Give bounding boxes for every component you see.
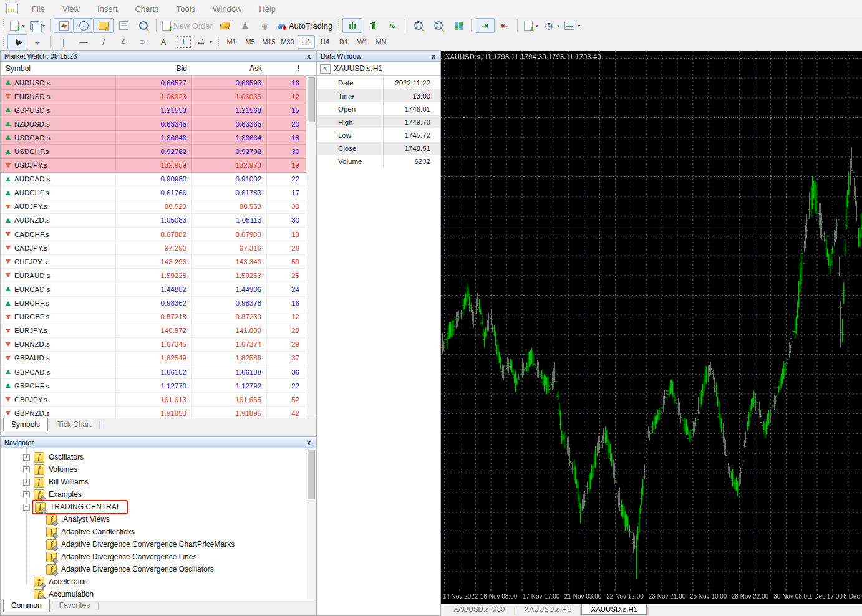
chart-tab-xauusd-s-h1[interactable]: XAUUSD.s,H1 (581, 604, 647, 615)
new-chart-button[interactable]: ▾ (7, 18, 27, 33)
menu-item-tools[interactable]: Tools (168, 4, 204, 14)
tree-item-examples[interactable]: +fExamples (1, 488, 316, 501)
table-row[interactable]: GBPCHF.s1.127701.1279222 (1, 379, 316, 393)
label-tool-button[interactable]: T (173, 34, 193, 49)
navigator-tab-favorites[interactable]: Favorites (52, 599, 97, 612)
table-row[interactable]: USDCHF.s0.927620.9279230 (1, 145, 316, 158)
timeframe-m1-button[interactable]: M1 (223, 35, 240, 49)
zoom-in-button[interactable] (409, 18, 429, 33)
table-row[interactable]: EURAUD.s1.592281.5925325 (1, 269, 316, 282)
timeframe-d1-button[interactable]: D1 (335, 35, 352, 49)
expand-icon[interactable]: + (23, 466, 30, 473)
menu-item-insert[interactable]: Insert (89, 4, 127, 14)
experts-button[interactable]: ♟ (235, 18, 255, 33)
cursor-tool-button[interactable] (7, 34, 27, 49)
zoom-out-button[interactable] (429, 18, 448, 33)
periods-button[interactable]: ◷▾ (541, 18, 562, 33)
trendline-tool-button[interactable]: / (94, 34, 114, 49)
table-row[interactable]: USDCAD.s1.366461.3666418 (1, 131, 316, 145)
line-chart-mode-button[interactable]: ∿ (382, 18, 402, 33)
navigator-scrollbar[interactable] (306, 448, 316, 602)
market-watch-toggle-button[interactable] (54, 18, 74, 33)
tree-item-adaptive-divergence-convergence-oscillat[interactable]: fAdaptive Divergence Convergence Oscilla… (1, 563, 316, 575)
table-row[interactable]: CADJPY.s97.29097.31626 (1, 241, 316, 255)
timeframe-w1-button[interactable]: W1 (354, 35, 371, 49)
tree-item-accelerator[interactable]: fAccelerator (1, 575, 316, 588)
chevron-down-icon[interactable]: ▾ (536, 23, 538, 29)
navigator-toggle-button[interactable] (94, 18, 114, 33)
timeframe-m15-button[interactable]: M15 (260, 35, 278, 49)
metaeditor-button[interactable] (215, 18, 235, 33)
tree-item-oscillators[interactable]: +fOscillators (1, 451, 316, 463)
price-chart-canvas[interactable] (441, 51, 862, 604)
tree-item-adaptive-divergence-convergence-chartpri[interactable]: fAdaptive Divergence Convergence ChartPr… (1, 538, 316, 551)
terminal-toggle-button[interactable] (114, 18, 133, 33)
channel-tool-button[interactable]: // (114, 34, 133, 49)
timeframe-m30-button[interactable]: M30 (279, 35, 296, 49)
menu-item-window[interactable]: Window (204, 4, 250, 14)
tree-item-adaptive-candlesticks[interactable]: fAdaptive Candlesticks (1, 526, 316, 538)
table-row[interactable]: GBPJPY.s161.613161.66552 (1, 393, 316, 407)
toolbar-grip[interactable] (2, 19, 6, 32)
tree-item-trading-central[interactable]: −fTRADING CENTRAL (1, 501, 316, 513)
table-row[interactable]: AUDJPY.s88.52388.55330 (1, 200, 316, 214)
market-watch-tab-tick-chart[interactable]: Tick Chart (50, 418, 99, 431)
fibonacci-tool-button[interactable]: ≡ (133, 34, 153, 49)
menu-item-view[interactable]: View (54, 4, 89, 14)
auto-scroll-button[interactable]: ⇥ (475, 18, 495, 33)
column-header-ask[interactable]: Ask (192, 64, 267, 73)
toolbar-grip[interactable] (216, 36, 220, 48)
vline-tool-button[interactable]: | (54, 34, 74, 49)
navigator-tab-common[interactable]: Common (3, 599, 50, 612)
expand-icon[interactable]: + (23, 479, 30, 486)
table-row[interactable]: USDJPY.s132.959132.97819 (1, 159, 316, 173)
chart-area[interactable]: XAUUSD.s,H1 1793.11 1794.39 1793.11 1793… (441, 51, 862, 604)
candle-chart-mode-button[interactable] (362, 18, 382, 33)
templates-button[interactable]: ▾ (562, 18, 583, 33)
table-row[interactable]: AUDCHF.s0.617660.6178317 (1, 186, 316, 200)
toolbar-grip[interactable] (337, 19, 341, 32)
table-row[interactable]: CHFJPY.s143.296143.34650 (1, 255, 316, 269)
market-watch-tab-symbols[interactable]: Symbols (3, 418, 48, 431)
strategy-tester-button[interactable] (133, 18, 153, 33)
column-header-spread[interactable]: ! (267, 64, 304, 73)
table-row[interactable]: EURJPY.s140.972141.00028 (1, 324, 316, 338)
timeframe-mn-button[interactable]: MN (372, 35, 390, 49)
profiles-button[interactable]: ▾ (27, 18, 47, 33)
bar-chart-mode-button[interactable] (342, 18, 362, 33)
table-row[interactable]: EURGBP.s0.872180.8723012 (1, 310, 316, 324)
chevron-down-icon[interactable]: ▾ (557, 23, 559, 29)
close-icon[interactable]: x (430, 52, 437, 60)
table-row[interactable]: AUDNZD.s1.050831.0511330 (1, 214, 316, 228)
table-row[interactable]: NZDUSD.s0.633450.6336520 (1, 117, 316, 131)
chart-shift-button[interactable]: ⇤ (495, 18, 515, 33)
chevron-down-icon[interactable]: ▾ (578, 23, 580, 29)
table-row[interactable]: GBPNZD.s1.918531.9189542 (1, 407, 316, 418)
table-row[interactable]: GBPAUD.s1.825491.8258637 (1, 352, 316, 365)
autotrading-button[interactable]: AutoTrading (275, 18, 335, 33)
menu-item-file[interactable]: File (23, 4, 54, 14)
chevron-down-icon[interactable]: ▾ (42, 23, 45, 29)
table-row[interactable]: AUDCAD.s0.909800.9100222 (1, 173, 316, 186)
chart-tab-xauusd-s-h1[interactable]: XAUUSD.s,H1 (516, 604, 580, 614)
menu-item-charts[interactable]: Charts (126, 4, 167, 14)
timeframe-m5-button[interactable]: M5 (241, 35, 259, 49)
shapes-tool-button[interactable]: ⇄▾ (193, 34, 215, 49)
table-row[interactable]: GBPUSD.s1.215531.2156815 (1, 103, 316, 117)
timeframe-h4-button[interactable]: H4 (316, 35, 334, 49)
crosshair-tool-button[interactable]: + (27, 34, 47, 49)
close-icon[interactable]: x (306, 52, 312, 60)
table-row[interactable]: EURNZD.s1.673451.6737429 (1, 338, 316, 352)
chevron-down-icon[interactable]: ▾ (22, 23, 24, 29)
menu-item-help[interactable]: Help (250, 4, 284, 14)
expand-icon[interactable]: + (23, 454, 30, 461)
indicators-button[interactable]: ▾ (521, 18, 541, 33)
table-row[interactable]: EURCHF.s0.983620.9837816 (1, 297, 316, 310)
tree-item-bill-williams[interactable]: +fBill Williams (1, 476, 316, 488)
column-header-symbol[interactable]: Symbol (1, 64, 116, 73)
timeframe-h1-button[interactable]: H1 (298, 35, 315, 49)
data-window-toggle-button[interactable] (74, 18, 94, 33)
tree-item--analyst-views[interactable]: f.Analyst Views (1, 513, 316, 526)
table-row[interactable]: GBPCAD.s1.661021.6613836 (1, 365, 316, 379)
close-icon[interactable]: x (306, 439, 312, 446)
